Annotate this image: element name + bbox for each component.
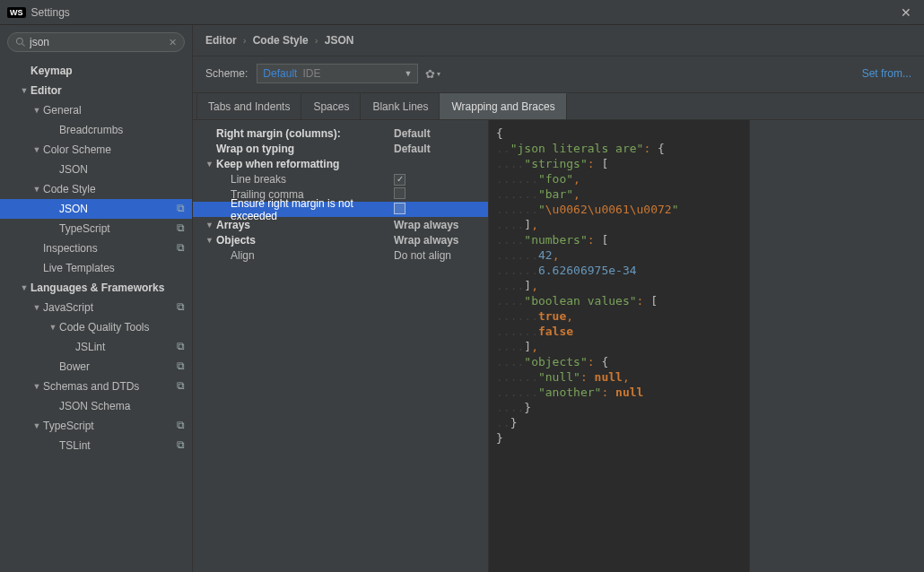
project-scope-icon: ⧉	[177, 221, 185, 234]
tree-item[interactable]: TypeScript⧉	[0, 219, 192, 238]
option-value[interactable]: Default	[394, 143, 479, 155]
tree-item[interactable]: ▼General	[0, 100, 192, 120]
option-name: Keep when reformatting	[216, 158, 394, 170]
checkbox[interactable]	[394, 174, 405, 186]
project-scope-icon: ⧉	[177, 360, 185, 372]
tree-arrow-icon: ▼	[48, 323, 57, 332]
option-row[interactable]: Line breaks	[193, 171, 488, 186]
caret-icon: ▼	[205, 221, 214, 230]
option-name: Line breaks	[231, 173, 394, 186]
project-scope-icon: ⧉	[177, 379, 185, 392]
tree-arrow-icon: ▼	[20, 283, 29, 292]
options-panel[interactable]: Right margin (columns):DefaultWrap on ty…	[193, 120, 489, 572]
tree-item-label: TypeScript	[43, 420, 94, 432]
tree-item[interactable]: ▼TypeScript⧉	[0, 416, 192, 436]
project-scope-icon: ⧉	[177, 300, 185, 313]
tree-arrow-icon: ▼	[20, 86, 29, 95]
breadcrumb: Editor › Code Style › JSON	[193, 25, 924, 56]
tree-item[interactable]: JSON⧉	[0, 199, 192, 219]
option-row[interactable]: Wrap on typingDefault	[193, 141, 488, 156]
code-preview: { .."json literals are": { ...."strings"…	[489, 120, 749, 572]
tree-item-label: Code Quality Tools	[59, 321, 150, 334]
tree-arrow-icon: ▼	[32, 382, 41, 391]
tree-item-label: Schemas and DTDs	[43, 380, 139, 393]
tree-item[interactable]: Live Templates	[0, 258, 192, 278]
tree-item[interactable]: JSLint⧉	[0, 337, 192, 357]
option-value[interactable]: Wrap always	[394, 219, 479, 231]
tab[interactable]: Tabs and Indents	[196, 93, 301, 119]
option-row[interactable]: ▼ArraysWrap always	[193, 217, 488, 232]
tree-item[interactable]: JSON Schema	[0, 396, 192, 416]
settings-sidebar: ✕ Keymap▼Editor▼GeneralBreadcrumbs▼Color…	[0, 25, 193, 572]
checkbox[interactable]	[394, 187, 405, 199]
tree-item-label: Color Scheme	[43, 143, 111, 156]
option-row[interactable]: Right margin (columns):Default	[193, 126, 488, 141]
chevron-right-icon: ›	[315, 36, 318, 46]
close-icon[interactable]: ✕	[895, 4, 917, 22]
tree-item[interactable]: ▼Editor	[0, 81, 192, 100]
tree-item[interactable]: TSLint⧉	[0, 436, 192, 455]
tab[interactable]: Wrapping and Braces	[440, 93, 566, 119]
option-row[interactable]: Ensure right margin is not exceeded	[193, 202, 488, 217]
search-box[interactable]: ✕	[7, 32, 185, 52]
tree-arrow-icon: ▼	[32, 185, 41, 194]
app-badge: WS	[7, 7, 26, 18]
settings-tree[interactable]: Keymap▼Editor▼GeneralBreadcrumbs▼Color S…	[0, 59, 192, 572]
tree-item[interactable]: ▼Schemas and DTDs⧉	[0, 377, 192, 396]
tree-item[interactable]: Inspections⧉	[0, 238, 192, 258]
tree-item[interactable]: Bower⧉	[0, 357, 192, 377]
tree-item[interactable]: ▼JavaScript⧉	[0, 298, 192, 317]
option-value[interactable]: Do not align	[394, 249, 479, 262]
chevron-right-icon: ›	[243, 36, 246, 46]
scheme-row: Scheme: DefaultIDE ▼ ✿▾ Set from...	[193, 56, 924, 93]
tab[interactable]: Spaces	[301, 93, 361, 119]
tree-item[interactable]: ▼Code Quality Tools	[0, 317, 192, 337]
option-value[interactable]: Wrap always	[394, 234, 479, 247]
option-value[interactable]: Default	[394, 127, 479, 140]
svg-line-1	[22, 44, 25, 47]
tree-item-label: TSLint	[59, 439, 91, 452]
search-input[interactable]	[30, 36, 169, 48]
option-row[interactable]: ▼Keep when reformatting	[193, 156, 488, 171]
tree-item[interactable]: ▼Languages & Frameworks	[0, 278, 192, 298]
search-icon	[15, 37, 26, 48]
titlebar: WS Settings ✕	[0, 0, 924, 25]
option-name: Wrap on typing	[216, 143, 394, 155]
clear-search-icon[interactable]: ✕	[169, 37, 177, 48]
tree-item[interactable]: Breadcrumbs	[0, 120, 192, 140]
option-name: Arrays	[216, 219, 394, 231]
scheme-select[interactable]: DefaultIDE ▼	[257, 64, 418, 83]
project-scope-icon: ⧉	[177, 241, 185, 254]
tabs: Tabs and IndentsSpacesBlank LinesWrappin…	[193, 93, 924, 120]
tree-item[interactable]: ▼Code Style	[0, 179, 192, 199]
tree-item-label: Inspections	[43, 242, 98, 255]
tree-item-label: Languages & Frameworks	[31, 282, 164, 294]
tree-item-label: TypeScript	[59, 222, 110, 235]
project-scope-icon: ⧉	[177, 419, 185, 431]
tree-item-label: JSLint	[75, 341, 105, 353]
tree-arrow-icon: ▼	[32, 106, 41, 115]
tab[interactable]: Blank Lines	[361, 93, 440, 119]
caret-icon: ▼	[205, 236, 214, 245]
option-row[interactable]: AlignDo not align	[193, 247, 488, 263]
tree-item-label: JSON	[59, 203, 88, 215]
tree-arrow-icon: ▼	[32, 421, 41, 430]
scheme-label: Scheme:	[205, 67, 248, 80]
caret-icon: ▼	[205, 160, 214, 169]
set-from-link[interactable]: Set from...	[862, 67, 911, 80]
main-panel: Editor › Code Style › JSON Scheme: Defau…	[193, 25, 924, 572]
tree-item-label: Editor	[31, 84, 62, 97]
option-row[interactable]: ▼ObjectsWrap always	[193, 232, 488, 247]
window-title: Settings	[31, 6, 896, 19]
tree-item-label: Keymap	[31, 65, 73, 77]
project-scope-icon: ⧉	[177, 340, 185, 352]
gear-icon[interactable]: ✿▾	[425, 67, 440, 81]
tree-item[interactable]: ▼Color Scheme	[0, 140, 192, 160]
tree-item[interactable]: Keymap	[0, 61, 192, 81]
tree-arrow-icon: ▼	[32, 303, 41, 312]
checkbox[interactable]	[394, 203, 405, 214]
option-name: Objects	[216, 234, 394, 247]
tree-item[interactable]: JSON	[0, 160, 192, 179]
option-name: Right margin (columns):	[216, 127, 394, 140]
option-name: Align	[231, 249, 394, 262]
